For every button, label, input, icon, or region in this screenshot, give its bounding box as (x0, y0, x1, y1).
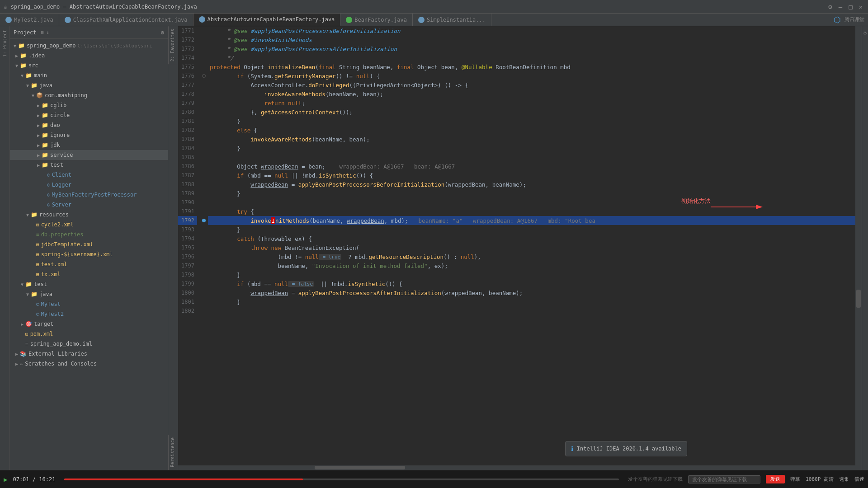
tree-jdk[interactable]: ▶ 📁 jdk (10, 140, 168, 150)
toolbar-icon-settings[interactable]: ⚙ (826, 2, 834, 11)
tab-simpleinstantiation[interactable]: SimpleInstantia... (413, 14, 491, 26)
toolbar-icon-restore[interactable]: □ (847, 2, 854, 11)
code-line-1793: } (208, 225, 855, 234)
tree-test-java[interactable]: ▼ 📁 java (10, 289, 168, 299)
tree-circle[interactable]: ▶ 📁 circle (10, 110, 168, 120)
tree-test-xml[interactable]: ⊞ test.xml (10, 259, 168, 269)
editor-scrollbar[interactable] (855, 26, 862, 465)
tree-db-properties[interactable]: ≡ db.properties (10, 230, 168, 239)
tree-cycle2[interactable]: ⊞ cycle2.xml (10, 220, 168, 230)
tree-mytest[interactable]: © MyTest (10, 299, 168, 309)
tree-logger[interactable]: © Logger (10, 180, 168, 190)
tree-cglib[interactable]: ▶ 📁 cglib (10, 100, 168, 110)
fullscreen-toggle[interactable]: 1080P 高清 (806, 476, 834, 483)
spring-user-label: spring-${username}.xml (41, 251, 113, 258)
tree-mybeanfactorypostprocessor[interactable]: © MyBeanFactoryPostProcessor (10, 190, 168, 200)
tab-mytest2[interactable]: MyTest2.java (0, 14, 59, 26)
project-tab[interactable]: 1: Project (1, 26, 8, 61)
tab-abstractautowire[interactable]: AbstractAutowireCapableBeanFactory.java (193, 14, 341, 26)
cglib-label: cglib (50, 102, 66, 108)
dot-1782 (200, 126, 208, 135)
db-arrow (30, 232, 36, 237)
settings-icon[interactable]: ⚙ (161, 29, 164, 36)
project-header: Project ⊞ ↕ ⚙ (10, 26, 168, 39)
tree-target[interactable]: ▶ 🎯 target (10, 319, 168, 329)
ln-1781: 1781 (178, 117, 197, 126)
tree-test-main[interactable]: ▼ 📁 test (10, 279, 168, 289)
tree-root[interactable]: ▼ 📁 spring_aop_demo C:\Users\p'c\Desktop… (10, 41, 168, 51)
root-path: C:\Users\p'c\Desktop\spri (77, 43, 152, 49)
bottom-scrollbar[interactable] (178, 465, 862, 470)
java-icon-5 (418, 17, 425, 23)
ln-1786: 1786 (178, 162, 197, 171)
test-main-arrow: ▼ (19, 282, 25, 287)
tree-pom[interactable]: ⊞ pom.xml (10, 329, 168, 339)
subtitle-toggle[interactable]: 弹幕 (790, 476, 800, 483)
tree-iml[interactable]: ≡ spring_aop_demo.iml (10, 339, 168, 349)
client-label: Client (52, 172, 71, 178)
scrollbar-thumb[interactable] (856, 290, 861, 308)
ignore-arrow: ▶ (35, 133, 42, 138)
right-icon-1[interactable]: ⟳ (863, 31, 867, 36)
toolbar-icon-close[interactable]: ✕ (857, 2, 864, 11)
play-button[interactable]: ▶ (4, 476, 7, 483)
progress-bar[interactable] (64, 479, 619, 480)
cglib-arrow: ▶ (35, 103, 42, 108)
video-status-bar: ▶ 07:01 / 16:21 发个友善的弹幕见证下载 发送 弹幕 1080P … (0, 470, 868, 488)
tree-dao[interactable]: ▶ 📁 dao (10, 120, 168, 130)
ln-1782: 1782 (178, 126, 197, 135)
dot-1799 (200, 279, 208, 288)
tab-beanfactory[interactable]: BeanFactory.java (340, 14, 413, 26)
tab-classpathxml[interactable]: ClassPathXmlApplicationContext.java (59, 14, 193, 26)
test-xml-icon: ⊞ (36, 262, 39, 267)
danmaku-input[interactable] (688, 475, 760, 483)
tree-server[interactable]: © Server (10, 200, 168, 210)
ln-1791: 1791 (178, 207, 197, 216)
right-panel: ⟳ (862, 26, 868, 470)
tree-scratches[interactable]: ▶ ✏ Scratches and Consoles (10, 359, 168, 369)
line-numbers: 1771 1772 1773 1774 1775 1776 1777 1778 … (178, 26, 200, 465)
ln-1800: 1800 (178, 288, 197, 297)
tree-jdbctemplate[interactable]: ⊞ jdbcTemplate.xml (10, 239, 168, 249)
tree-src[interactable]: ▼ 📁 src (10, 61, 168, 70)
jdbc-arrow (30, 242, 36, 247)
speed-control[interactable]: 倍速 (854, 476, 864, 483)
java-icon-3 (199, 16, 205, 23)
idea-arrow: ▶ (14, 53, 20, 58)
dot-1792 (200, 216, 208, 225)
tree-ignore[interactable]: ▶ 📁 ignore (10, 130, 168, 140)
ext-label: External Libraries (28, 351, 87, 357)
ln-1801: 1801 (178, 297, 197, 306)
target-arrow: ▶ (19, 322, 25, 327)
jdbc-icon: ⊞ (36, 242, 39, 248)
episode-list[interactable]: 选集 (839, 476, 849, 483)
mytest2-label: MyTest2 (41, 311, 64, 317)
tree-service[interactable]: ▶ 📁 service (10, 150, 168, 160)
service-icon: 📁 (42, 152, 48, 158)
tree-spring-username[interactable]: ⊞ spring-${username}.xml (10, 249, 168, 259)
tree-main[interactable]: ▼ 📁 main (10, 70, 168, 80)
bottom-scrollbar-thumb[interactable] (315, 466, 405, 469)
persistence-tab[interactable]: Persistence (168, 435, 178, 470)
pom-arrow (19, 332, 25, 337)
code-line-1783: invokeAwareMethods(beanName, bean); (208, 135, 855, 144)
code-content[interactable]: * @see #applyBeanPostProcessorsBeforeIni… (208, 26, 855, 465)
tree-tx-xml[interactable]: ⊞ tx.xml (10, 269, 168, 279)
tree-client[interactable]: © Client (10, 170, 168, 180)
code-line-1789: } (208, 189, 855, 198)
tree-idea[interactable]: ▶ 📁 .idea (10, 51, 168, 61)
tree-resources[interactable]: ▼ 📁 resources (10, 210, 168, 220)
send-button[interactable]: 发送 (766, 475, 785, 483)
tree-java[interactable]: ▼ 📁 java (10, 80, 168, 90)
tree-com-mashiping[interactable]: ▼ 📦 com.mashiping (10, 90, 168, 100)
tree-test-folder[interactable]: ▶ 📁 test (10, 160, 168, 170)
test-java-label: java (39, 291, 52, 297)
tree-mytest2[interactable]: © MyTest2 (10, 309, 168, 319)
tab-label-5: SimpleInstantia... (427, 17, 486, 23)
toolbar-icon-minimize[interactable]: – (837, 2, 844, 11)
tree-external-libraries[interactable]: ▶ 📚 External Libraries (10, 349, 168, 359)
right-icons: ⟳ (862, 26, 868, 40)
favorites-tab[interactable]: 2: Favorites (168, 26, 178, 64)
dao-icon: 📁 (42, 122, 48, 128)
tab-label-4: BeanFactory.java (354, 17, 407, 23)
